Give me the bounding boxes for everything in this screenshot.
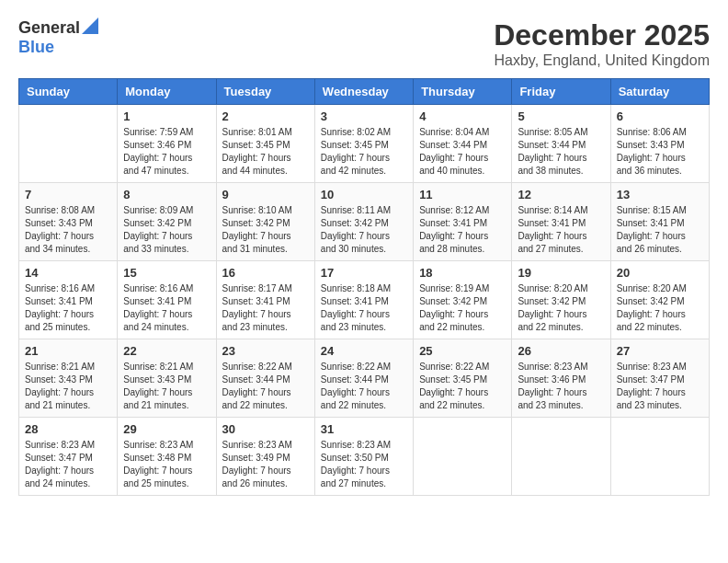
day-info: Sunrise: 8:09 AMSunset: 3:42 PMDaylight:…: [123, 204, 210, 256]
calendar-cell: 8Sunrise: 8:09 AMSunset: 3:42 PMDaylight…: [118, 183, 216, 261]
day-number: 27: [617, 344, 703, 358]
day-number: 17: [321, 266, 407, 280]
day-number: 10: [321, 188, 407, 201]
day-number: 4: [419, 109, 506, 123]
day-info: Sunrise: 8:12 AMSunset: 3:41 PMDaylight:…: [419, 204, 506, 256]
day-number: 2: [222, 109, 309, 123]
calendar-cell: 17Sunrise: 8:18 AMSunset: 3:41 PMDayligh…: [314, 261, 413, 339]
day-number: 22: [123, 344, 210, 358]
day-info: Sunrise: 8:17 AMSunset: 3:41 PMDaylight:…: [222, 282, 309, 334]
calendar-cell: 11Sunrise: 8:12 AMSunset: 3:41 PMDayligh…: [414, 183, 512, 261]
calendar-table: SundayMondayTuesdayWednesdayThursdayFrid…: [18, 78, 710, 496]
calendar-week-row: 7Sunrise: 8:08 AMSunset: 3:43 PMDaylight…: [19, 183, 710, 261]
day-info: Sunrise: 8:16 AMSunset: 3:41 PMDaylight:…: [123, 282, 210, 334]
calendar-cell: 23Sunrise: 8:22 AMSunset: 3:44 PMDayligh…: [216, 339, 314, 418]
day-number: 30: [222, 422, 309, 436]
main-title: December 2025: [494, 18, 710, 52]
calendar-cell: 20Sunrise: 8:20 AMSunset: 3:42 PMDayligh…: [610, 261, 709, 339]
calendar-cell: [414, 418, 512, 496]
day-info: Sunrise: 8:19 AMSunset: 3:42 PMDaylight:…: [419, 282, 506, 334]
day-number: 23: [222, 344, 309, 358]
day-info: Sunrise: 8:20 AMSunset: 3:42 PMDaylight:…: [518, 282, 604, 334]
calendar-cell: 28Sunrise: 8:23 AMSunset: 3:47 PMDayligh…: [19, 418, 118, 496]
calendar-cell: 12Sunrise: 8:14 AMSunset: 3:41 PMDayligh…: [512, 183, 610, 261]
column-header-sunday: Sunday: [19, 79, 118, 105]
day-number: 3: [321, 109, 407, 123]
day-info: Sunrise: 8:23 AMSunset: 3:46 PMDaylight:…: [518, 361, 604, 412]
day-number: 19: [518, 266, 604, 280]
day-number: 31: [321, 422, 407, 436]
day-info: Sunrise: 8:23 AMSunset: 3:48 PMDaylight:…: [123, 439, 210, 490]
day-info: Sunrise: 8:15 AMSunset: 3:41 PMDaylight:…: [617, 204, 703, 256]
calendar-week-row: 28Sunrise: 8:23 AMSunset: 3:47 PMDayligh…: [19, 418, 710, 496]
calendar-cell: 31Sunrise: 8:23 AMSunset: 3:50 PMDayligh…: [314, 418, 413, 496]
logo: General Blue: [18, 18, 98, 57]
day-number: 21: [25, 344, 111, 358]
day-info: Sunrise: 8:22 AMSunset: 3:45 PMDaylight:…: [419, 361, 506, 412]
day-info: Sunrise: 8:14 AMSunset: 3:41 PMDaylight:…: [518, 204, 604, 256]
calendar-header-row: SundayMondayTuesdayWednesdayThursdayFrid…: [19, 79, 710, 105]
svg-marker-0: [82, 17, 98, 34]
calendar-cell: 21Sunrise: 8:21 AMSunset: 3:43 PMDayligh…: [19, 339, 118, 418]
day-number: 12: [518, 188, 604, 201]
day-info: Sunrise: 8:05 AMSunset: 3:44 PMDaylight:…: [518, 126, 604, 178]
day-number: 6: [617, 109, 703, 123]
calendar-cell: 18Sunrise: 8:19 AMSunset: 3:42 PMDayligh…: [414, 261, 512, 339]
calendar-cell: 30Sunrise: 8:23 AMSunset: 3:49 PMDayligh…: [216, 418, 314, 496]
calendar-week-row: 21Sunrise: 8:21 AMSunset: 3:43 PMDayligh…: [19, 339, 710, 418]
day-info: Sunrise: 8:21 AMSunset: 3:43 PMDaylight:…: [25, 361, 111, 412]
day-info: Sunrise: 8:08 AMSunset: 3:43 PMDaylight:…: [25, 204, 111, 256]
calendar-cell: 4Sunrise: 8:04 AMSunset: 3:44 PMDaylight…: [414, 105, 512, 183]
calendar-cell: 3Sunrise: 8:02 AMSunset: 3:45 PMDaylight…: [314, 105, 413, 183]
calendar-cell: [512, 418, 610, 496]
calendar-week-row: 14Sunrise: 8:16 AMSunset: 3:41 PMDayligh…: [19, 261, 710, 339]
calendar-cell: 9Sunrise: 8:10 AMSunset: 3:42 PMDaylight…: [216, 183, 314, 261]
calendar-cell: 26Sunrise: 8:23 AMSunset: 3:46 PMDayligh…: [512, 339, 610, 418]
day-info: Sunrise: 8:10 AMSunset: 3:42 PMDaylight:…: [222, 204, 309, 256]
day-number: 14: [25, 266, 111, 280]
day-number: 24: [321, 344, 407, 358]
day-number: 1: [123, 109, 210, 123]
title-area: December 2025 Haxby, England, United Kin…: [494, 18, 710, 69]
day-number: 8: [123, 188, 210, 201]
day-info: Sunrise: 8:23 AMSunset: 3:47 PMDaylight:…: [25, 439, 111, 490]
calendar-cell: 13Sunrise: 8:15 AMSunset: 3:41 PMDayligh…: [610, 183, 709, 261]
calendar-cell: 7Sunrise: 8:08 AMSunset: 3:43 PMDaylight…: [19, 183, 118, 261]
day-number: 28: [25, 422, 111, 436]
calendar-cell: [19, 105, 118, 183]
day-number: 13: [617, 188, 703, 201]
calendar-cell: 19Sunrise: 8:20 AMSunset: 3:42 PMDayligh…: [512, 261, 610, 339]
day-number: 16: [222, 266, 309, 280]
day-info: Sunrise: 8:06 AMSunset: 3:43 PMDaylight:…: [617, 126, 703, 178]
calendar-cell: 24Sunrise: 8:22 AMSunset: 3:44 PMDayligh…: [314, 339, 413, 418]
day-number: 11: [419, 188, 506, 201]
calendar-cell: 2Sunrise: 8:01 AMSunset: 3:45 PMDaylight…: [216, 105, 314, 183]
day-number: 29: [123, 422, 210, 436]
column-header-saturday: Saturday: [610, 79, 709, 105]
calendar-cell: 22Sunrise: 8:21 AMSunset: 3:43 PMDayligh…: [118, 339, 216, 418]
day-info: Sunrise: 7:59 AMSunset: 3:46 PMDaylight:…: [123, 126, 210, 178]
day-info: Sunrise: 8:22 AMSunset: 3:44 PMDaylight:…: [222, 361, 309, 412]
day-info: Sunrise: 8:18 AMSunset: 3:41 PMDaylight:…: [321, 282, 407, 334]
column-header-friday: Friday: [512, 79, 610, 105]
day-info: Sunrise: 8:23 AMSunset: 3:50 PMDaylight:…: [321, 439, 407, 490]
day-info: Sunrise: 8:23 AMSunset: 3:47 PMDaylight:…: [617, 361, 703, 412]
day-number: 9: [222, 188, 309, 201]
calendar-cell: [610, 418, 709, 496]
day-number: 5: [518, 109, 604, 123]
day-number: 25: [419, 344, 506, 358]
calendar-cell: 27Sunrise: 8:23 AMSunset: 3:47 PMDayligh…: [610, 339, 709, 418]
day-number: 20: [617, 266, 703, 280]
calendar-week-row: 1Sunrise: 7:59 AMSunset: 3:46 PMDaylight…: [19, 105, 710, 183]
column-header-thursday: Thursday: [414, 79, 512, 105]
day-number: 15: [123, 266, 210, 280]
day-info: Sunrise: 8:16 AMSunset: 3:41 PMDaylight:…: [25, 282, 111, 334]
logo-general: General: [18, 18, 80, 38]
column-header-wednesday: Wednesday: [314, 79, 413, 105]
day-number: 26: [518, 344, 604, 358]
calendar-cell: 10Sunrise: 8:11 AMSunset: 3:42 PMDayligh…: [314, 183, 413, 261]
calendar-cell: 5Sunrise: 8:05 AMSunset: 3:44 PMDaylight…: [512, 105, 610, 183]
day-info: Sunrise: 8:22 AMSunset: 3:44 PMDaylight:…: [321, 361, 407, 412]
subtitle: Haxby, England, United Kingdom: [494, 52, 710, 69]
calendar-cell: 15Sunrise: 8:16 AMSunset: 3:41 PMDayligh…: [118, 261, 216, 339]
